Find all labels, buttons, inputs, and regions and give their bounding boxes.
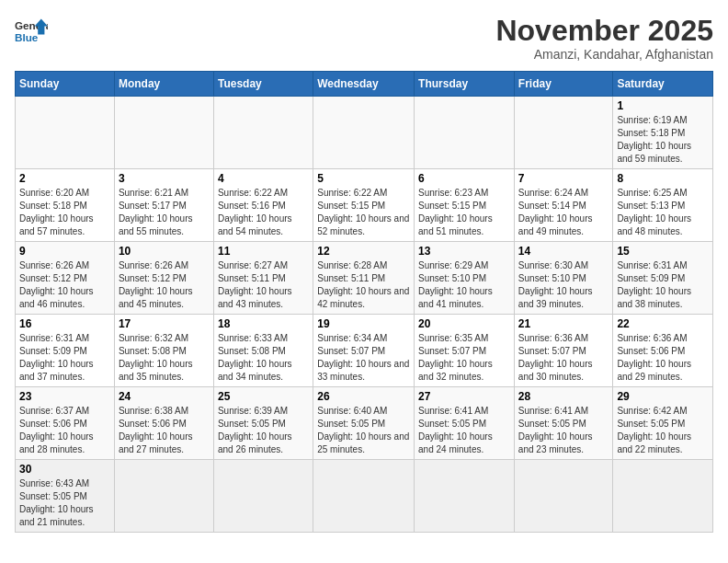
logo: General Blue	[15, 15, 48, 48]
day-info: Sunrise: 6:25 AM Sunset: 5:13 PM Dayligh…	[617, 187, 709, 238]
day-info: Sunrise: 6:43 AM Sunset: 5:05 PM Dayligh…	[19, 477, 110, 529]
day-number: 24	[119, 390, 210, 403]
day-number: 4	[218, 172, 309, 185]
day-info: Sunrise: 6:22 AM Sunset: 5:16 PM Dayligh…	[218, 187, 309, 238]
calendar-row: 1Sunrise: 6:19 AM Sunset: 5:18 PM Daylig…	[16, 97, 713, 169]
calendar-cell	[213, 97, 313, 169]
day-number: 21	[518, 317, 609, 330]
calendar-cell: 23Sunrise: 6:37 AM Sunset: 5:06 PM Dayli…	[16, 387, 115, 460]
svg-text:Blue: Blue	[15, 31, 39, 43]
day-info: Sunrise: 6:40 AM Sunset: 5:05 PM Dayligh…	[317, 405, 410, 456]
day-info: Sunrise: 6:27 AM Sunset: 5:11 PM Dayligh…	[218, 259, 309, 311]
day-number: 25	[218, 390, 309, 403]
header-sunday: Sunday	[16, 72, 115, 97]
calendar-row: 9Sunrise: 6:26 AM Sunset: 5:12 PM Daylig…	[16, 242, 713, 315]
day-info: Sunrise: 6:42 AM Sunset: 5:05 PM Dayligh…	[617, 405, 709, 456]
day-info: Sunrise: 6:36 AM Sunset: 5:07 PM Dayligh…	[518, 332, 609, 384]
calendar-cell: 17Sunrise: 6:32 AM Sunset: 5:08 PM Dayli…	[114, 315, 213, 387]
calendar-cell: 6Sunrise: 6:23 AM Sunset: 5:15 PM Daylig…	[415, 169, 515, 242]
calendar-cell: 24Sunrise: 6:38 AM Sunset: 5:06 PM Dayli…	[114, 387, 213, 460]
calendar-cell	[213, 460, 313, 533]
day-info: Sunrise: 6:37 AM Sunset: 5:06 PM Dayligh…	[19, 405, 110, 456]
day-number: 14	[518, 245, 609, 258]
day-info: Sunrise: 6:35 AM Sunset: 5:07 PM Dayligh…	[418, 332, 510, 384]
day-info: Sunrise: 6:21 AM Sunset: 5:17 PM Dayligh…	[119, 187, 210, 238]
calendar-cell: 9Sunrise: 6:26 AM Sunset: 5:12 PM Daylig…	[16, 242, 115, 315]
day-number: 18	[218, 317, 309, 330]
calendar-row: 30Sunrise: 6:43 AM Sunset: 5:05 PM Dayli…	[16, 460, 713, 533]
day-info: Sunrise: 6:19 AM Sunset: 5:18 PM Dayligh…	[617, 114, 709, 166]
calendar-cell: 14Sunrise: 6:30 AM Sunset: 5:10 PM Dayli…	[514, 242, 613, 315]
calendar-cell: 12Sunrise: 6:28 AM Sunset: 5:11 PM Dayli…	[313, 242, 415, 315]
header-tuesday: Tuesday	[213, 72, 313, 97]
day-info: Sunrise: 6:31 AM Sunset: 5:09 PM Dayligh…	[617, 259, 709, 311]
calendar-cell: 28Sunrise: 6:41 AM Sunset: 5:05 PM Dayli…	[514, 387, 613, 460]
calendar-cell: 21Sunrise: 6:36 AM Sunset: 5:07 PM Dayli…	[514, 315, 613, 387]
day-number: 20	[418, 317, 510, 330]
day-number: 5	[317, 172, 410, 185]
day-info: Sunrise: 6:38 AM Sunset: 5:06 PM Dayligh…	[119, 405, 210, 456]
day-info: Sunrise: 6:39 AM Sunset: 5:05 PM Dayligh…	[218, 405, 309, 456]
calendar-row: 23Sunrise: 6:37 AM Sunset: 5:06 PM Dayli…	[16, 387, 713, 460]
day-number: 8	[617, 172, 709, 185]
day-number: 10	[119, 245, 210, 258]
day-number: 28	[518, 390, 609, 403]
calendar-cell: 19Sunrise: 6:34 AM Sunset: 5:07 PM Dayli…	[313, 315, 415, 387]
day-number: 6	[418, 172, 510, 185]
calendar-cell: 8Sunrise: 6:25 AM Sunset: 5:13 PM Daylig…	[613, 169, 713, 242]
calendar-row: 16Sunrise: 6:31 AM Sunset: 5:09 PM Dayli…	[16, 315, 713, 387]
day-number: 9	[19, 245, 110, 258]
day-info: Sunrise: 6:32 AM Sunset: 5:08 PM Dayligh…	[119, 332, 210, 384]
day-info: Sunrise: 6:22 AM Sunset: 5:15 PM Dayligh…	[317, 187, 410, 238]
calendar-cell: 20Sunrise: 6:35 AM Sunset: 5:07 PM Dayli…	[415, 315, 515, 387]
day-number: 22	[617, 317, 709, 330]
calendar-cell: 1Sunrise: 6:19 AM Sunset: 5:18 PM Daylig…	[613, 97, 713, 169]
day-number: 12	[317, 245, 410, 258]
calendar-cell: 13Sunrise: 6:29 AM Sunset: 5:10 PM Dayli…	[415, 242, 515, 315]
day-info: Sunrise: 6:24 AM Sunset: 5:14 PM Dayligh…	[518, 187, 609, 238]
calendar-cell: 11Sunrise: 6:27 AM Sunset: 5:11 PM Dayli…	[213, 242, 313, 315]
calendar-cell	[613, 460, 713, 533]
day-number: 15	[617, 245, 709, 258]
calendar-cell: 2Sunrise: 6:20 AM Sunset: 5:18 PM Daylig…	[16, 169, 115, 242]
calendar-cell: 10Sunrise: 6:26 AM Sunset: 5:12 PM Dayli…	[114, 242, 213, 315]
calendar-cell	[114, 97, 213, 169]
calendar-cell: 7Sunrise: 6:24 AM Sunset: 5:14 PM Daylig…	[514, 169, 613, 242]
day-info: Sunrise: 6:30 AM Sunset: 5:10 PM Dayligh…	[518, 259, 609, 311]
calendar-cell: 18Sunrise: 6:33 AM Sunset: 5:08 PM Dayli…	[213, 315, 313, 387]
day-number: 7	[518, 172, 609, 185]
day-info: Sunrise: 6:34 AM Sunset: 5:07 PM Dayligh…	[317, 332, 410, 384]
calendar-cell: 16Sunrise: 6:31 AM Sunset: 5:09 PM Dayli…	[16, 315, 115, 387]
calendar-cell: 22Sunrise: 6:36 AM Sunset: 5:06 PM Dayli…	[613, 315, 713, 387]
day-number: 27	[418, 390, 510, 403]
day-info: Sunrise: 6:28 AM Sunset: 5:11 PM Dayligh…	[317, 259, 410, 311]
day-number: 13	[418, 245, 510, 258]
day-info: Sunrise: 6:20 AM Sunset: 5:18 PM Dayligh…	[19, 187, 110, 238]
calendar-cell	[415, 460, 515, 533]
day-info: Sunrise: 6:23 AM Sunset: 5:15 PM Dayligh…	[418, 187, 510, 238]
header-monday: Monday	[114, 72, 213, 97]
weekday-header-row: Sunday Monday Tuesday Wednesday Thursday…	[16, 72, 713, 97]
header-wednesday: Wednesday	[313, 72, 415, 97]
day-number: 1	[617, 99, 709, 112]
calendar-subtitle: Amanzi, Kandahar, Afghanistan	[495, 47, 713, 62]
day-number: 11	[218, 245, 309, 258]
calendar-cell: 4Sunrise: 6:22 AM Sunset: 5:16 PM Daylig…	[213, 169, 313, 242]
calendar-row: 2Sunrise: 6:20 AM Sunset: 5:18 PM Daylig…	[16, 169, 713, 242]
header-area: General Blue November 2025 Amanzi, Kanda…	[15, 15, 713, 62]
day-number: 30	[19, 463, 110, 476]
header-friday: Friday	[514, 72, 613, 97]
day-info: Sunrise: 6:26 AM Sunset: 5:12 PM Dayligh…	[19, 259, 110, 311]
day-number: 19	[317, 317, 410, 330]
day-info: Sunrise: 6:31 AM Sunset: 5:09 PM Dayligh…	[19, 332, 110, 384]
calendar-cell	[114, 460, 213, 533]
day-number: 23	[19, 390, 110, 403]
calendar-cell	[514, 97, 613, 169]
day-number: 29	[617, 390, 709, 403]
calendar-cell: 25Sunrise: 6:39 AM Sunset: 5:05 PM Dayli…	[213, 387, 313, 460]
logo-icon: General Blue	[15, 15, 48, 48]
day-info: Sunrise: 6:33 AM Sunset: 5:08 PM Dayligh…	[218, 332, 309, 384]
calendar-title: November 2025	[495, 15, 713, 47]
calendar-cell	[415, 97, 515, 169]
calendar-cell: 15Sunrise: 6:31 AM Sunset: 5:09 PM Dayli…	[613, 242, 713, 315]
